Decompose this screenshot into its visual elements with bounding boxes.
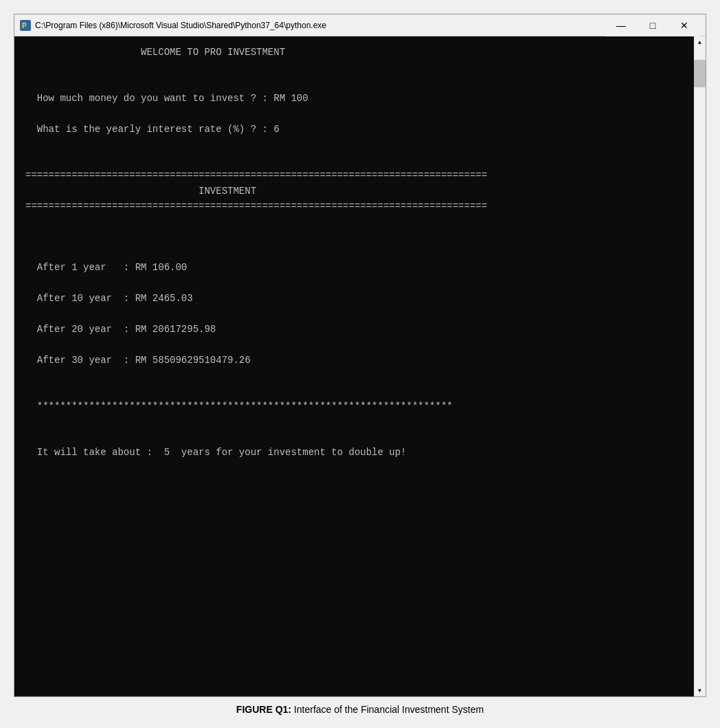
blank-line-4: [25, 137, 681, 152]
title-bar-buttons: — □ ✕: [605, 14, 700, 36]
question2-line: What is the yearly interest rate (%) ? :…: [25, 122, 681, 137]
question1-line: How much money do you want to invest ? :…: [25, 91, 681, 106]
blank-line-6: [25, 214, 681, 229]
scroll-up-arrow[interactable]: ▲: [694, 36, 706, 48]
console-area: WELCOME TO PRO INVESTMENT How much money…: [14, 36, 706, 696]
console-content: WELCOME TO PRO INVESTMENT How much money…: [25, 45, 695, 461]
result4-line: After 30 year : RM 58509629510479.26: [25, 353, 681, 368]
scrollbar-thumb[interactable]: [694, 60, 706, 87]
blank-line-13: [25, 384, 681, 399]
result3-line: After 20 year : RM 20617295.98: [25, 322, 681, 337]
double-line: It will take about : 5 years for your in…: [25, 445, 681, 460]
result2-line: After 10 year : RM 2465.03: [25, 291, 681, 306]
minimize-button[interactable]: —: [605, 14, 637, 36]
blank-line-5: [25, 153, 681, 168]
blank-line-9: [25, 276, 681, 291]
scroll-down-arrow[interactable]: ▼: [694, 685, 706, 696]
figure-text: Interface of the Financial Investment Sy…: [291, 704, 484, 715]
separator1: ========================================…: [25, 168, 681, 183]
title-bar: P C:\Program Files (x86)\Microsoft Visua…: [14, 14, 706, 36]
svg-text:P: P: [22, 22, 27, 30]
window-wrapper: P C:\Program Files (x86)\Microsoft Visua…: [14, 14, 706, 715]
main-window: P C:\Program Files (x86)\Microsoft Visua…: [14, 14, 706, 697]
blank-line-12: [25, 368, 681, 383]
python-icon: P: [20, 20, 31, 31]
figure-label: FIGURE Q1:: [236, 704, 291, 715]
blank-line-8: [25, 245, 681, 260]
welcome-line: WELCOME TO PRO INVESTMENT: [25, 45, 681, 60]
separator2: ========================================…: [25, 199, 681, 214]
blank-line-14: [25, 414, 681, 429]
figure-caption: FIGURE Q1: Interface of the Financial In…: [236, 704, 484, 715]
blank-line-15: [25, 430, 681, 445]
blank-line-3: [25, 107, 681, 122]
blank-line-11: [25, 337, 681, 352]
stars-line: ****************************************…: [25, 399, 681, 414]
close-button[interactable]: ✕: [668, 14, 700, 36]
blank-line-7: [25, 230, 681, 245]
scrollbar[interactable]: ▲ ▼: [694, 36, 706, 696]
maximize-button[interactable]: □: [637, 14, 668, 36]
blank-line-2: [25, 76, 681, 91]
title-bar-text: C:\Program Files (x86)\Microsoft Visual …: [35, 21, 605, 30]
blank-line-10: [25, 307, 681, 322]
heading-line: INVESTMENT: [25, 184, 681, 199]
blank-line-1: [25, 60, 681, 75]
result1-line: After 1 year : RM 106.00: [25, 260, 681, 275]
